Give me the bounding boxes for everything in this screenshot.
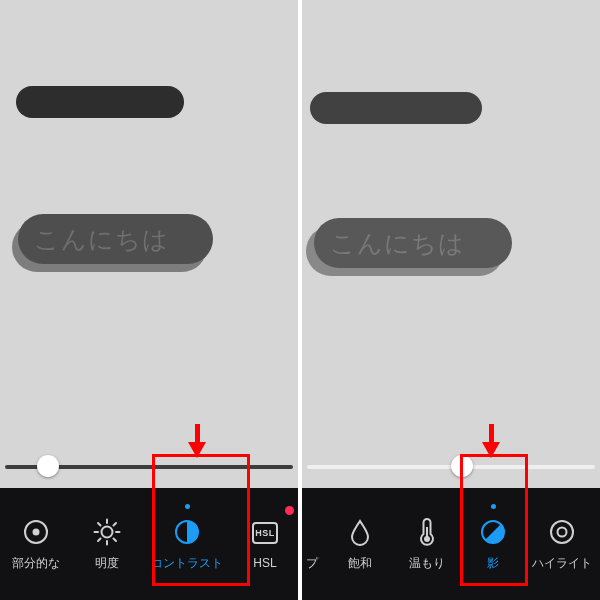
svg-point-15 xyxy=(551,521,573,543)
tool-label: HSL xyxy=(253,556,276,570)
svg-point-16 xyxy=(558,527,567,536)
pill-text: こんにちは xyxy=(330,227,465,260)
thermometer-icon xyxy=(412,517,442,547)
right-canvas: こんにちは xyxy=(302,0,600,480)
tool-edge-partial[interactable]: プ xyxy=(302,488,328,600)
tool-highlight[interactable]: ハイライト xyxy=(524,488,600,600)
tool-label: 明度 xyxy=(95,555,119,572)
svg-line-7 xyxy=(98,523,101,526)
slider-thumb[interactable] xyxy=(451,455,473,477)
svg-point-1 xyxy=(33,528,40,535)
svg-line-10 xyxy=(98,538,101,541)
svg-line-9 xyxy=(114,523,117,526)
tool-label: 温もり xyxy=(409,555,445,572)
tool-label: コントラスト xyxy=(151,555,223,572)
tool-label: 影 xyxy=(487,555,499,572)
tool-contrast[interactable]: コントラスト xyxy=(142,488,232,600)
left-pane: こんにちは 部分的な xyxy=(0,0,298,600)
right-pane: こんにちは プ 飽和 温もり xyxy=(302,0,600,600)
active-dot xyxy=(185,504,190,509)
brush-stroke-1 xyxy=(16,86,184,118)
edge-icon xyxy=(306,517,320,547)
left-toolbar: 部分的な 明度 コントラスト xyxy=(0,488,298,600)
left-slider[interactable] xyxy=(5,452,293,482)
tool-label: 飽和 xyxy=(348,555,372,572)
shadow-icon xyxy=(478,517,508,547)
tool-saturation[interactable]: 飽和 xyxy=(328,488,392,600)
brush-stroke-1 xyxy=(310,92,482,124)
pill-text: こんにちは xyxy=(34,223,169,256)
sun-icon xyxy=(92,517,122,547)
active-dot xyxy=(491,504,496,509)
tool-label: プ xyxy=(306,555,318,572)
highlight-icon xyxy=(547,517,577,547)
slider-thumb[interactable] xyxy=(37,455,59,477)
right-slider[interactable] xyxy=(307,452,595,482)
left-canvas: こんにちは xyxy=(0,0,298,480)
svg-line-8 xyxy=(114,538,117,541)
target-icon xyxy=(21,517,51,547)
split-view: こんにちは 部分的な xyxy=(0,0,600,600)
tool-warmth[interactable]: 温もり xyxy=(392,488,462,600)
tool-selective[interactable]: 部分的な xyxy=(0,488,72,600)
right-toolbar: プ 飽和 温もり 影 xyxy=(302,488,600,600)
tool-hsl[interactable]: HSL HSL xyxy=(232,488,298,600)
tool-label: 部分的な xyxy=(12,555,60,572)
new-badge xyxy=(285,506,294,515)
tool-label: ハイライト xyxy=(532,555,592,572)
hsl-icon: HSL xyxy=(250,518,280,548)
contrast-icon xyxy=(172,517,202,547)
tool-brightness[interactable]: 明度 xyxy=(72,488,142,600)
svg-point-2 xyxy=(102,526,113,537)
tool-shadow[interactable]: 影 xyxy=(462,488,524,600)
drop-icon xyxy=(345,517,375,547)
